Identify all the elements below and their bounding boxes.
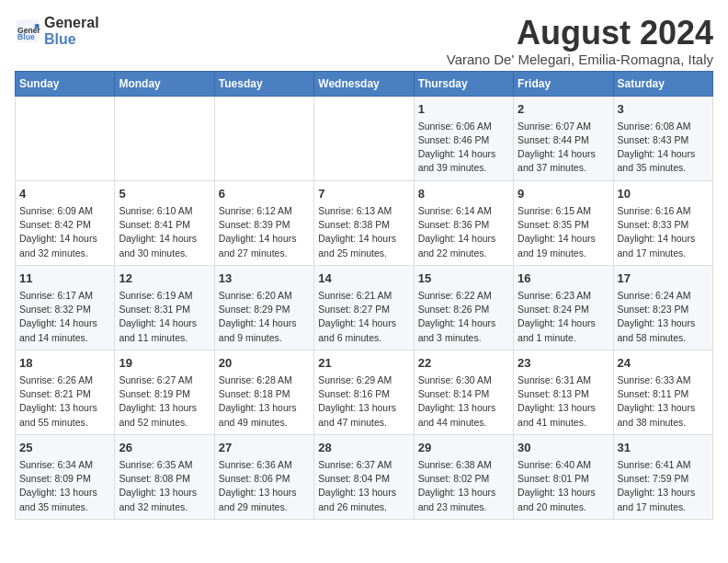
day-number: 5 <box>119 186 210 202</box>
day-number: 13 <box>219 270 310 287</box>
logo-text-line2: Blue <box>44 31 99 48</box>
calendar-cell: 3Sunrise: 6:08 AM Sunset: 8:43 PM Daylig… <box>613 96 712 180</box>
calendar-cell: 30Sunrise: 6:40 AM Sunset: 8:01 PM Dayli… <box>514 434 613 519</box>
calendar-cell: 15Sunrise: 6:22 AM Sunset: 8:26 PM Dayli… <box>414 265 513 350</box>
calendar-cell: 7Sunrise: 6:13 AM Sunset: 8:38 PM Daylig… <box>314 180 414 265</box>
cell-content: Sunrise: 6:38 AM Sunset: 8:02 PM Dayligh… <box>418 458 509 514</box>
day-number: 1 <box>418 101 509 118</box>
day-number: 26 <box>119 440 210 456</box>
calendar-cell: 5Sunrise: 6:10 AM Sunset: 8:41 PM Daylig… <box>115 180 214 265</box>
day-number: 18 <box>19 355 110 372</box>
calendar-week-row: 11Sunrise: 6:17 AM Sunset: 8:32 PM Dayli… <box>16 265 713 350</box>
cell-content: Sunrise: 6:12 AM Sunset: 8:39 PM Dayligh… <box>219 204 310 260</box>
day-number: 23 <box>518 355 609 372</box>
title-block: August 2024 Varano De' Melegari, Emilia-… <box>447 15 713 67</box>
calendar-cell: 9Sunrise: 6:15 AM Sunset: 8:35 PM Daylig… <box>514 180 613 265</box>
day-number: 14 <box>318 270 409 287</box>
calendar-cell <box>16 96 115 180</box>
cell-content: Sunrise: 6:31 AM Sunset: 8:13 PM Dayligh… <box>518 373 609 430</box>
calendar-cell <box>314 96 414 180</box>
calendar-cell: 28Sunrise: 6:37 AM Sunset: 8:04 PM Dayli… <box>314 434 414 519</box>
day-number: 19 <box>119 355 210 372</box>
calendar-cell: 10Sunrise: 6:16 AM Sunset: 8:33 PM Dayli… <box>613 180 712 265</box>
calendar-cell: 27Sunrise: 6:36 AM Sunset: 8:06 PM Dayli… <box>214 434 313 519</box>
cell-content: Sunrise: 6:06 AM Sunset: 8:46 PM Dayligh… <box>418 120 509 176</box>
header-monday: Monday <box>115 71 214 96</box>
calendar-cell: 22Sunrise: 6:30 AM Sunset: 8:14 PM Dayli… <box>414 350 513 434</box>
calendar-cell: 20Sunrise: 6:28 AM Sunset: 8:18 PM Dayli… <box>214 350 313 434</box>
day-number: 30 <box>518 440 609 456</box>
calendar-cell: 16Sunrise: 6:23 AM Sunset: 8:24 PM Dayli… <box>514 265 613 350</box>
day-number: 25 <box>19 440 110 456</box>
calendar-cell: 13Sunrise: 6:20 AM Sunset: 8:29 PM Dayli… <box>214 265 313 350</box>
cell-content: Sunrise: 6:16 AM Sunset: 8:33 PM Dayligh… <box>618 204 709 260</box>
calendar-cell: 14Sunrise: 6:21 AM Sunset: 8:27 PM Dayli… <box>314 265 414 350</box>
day-number: 3 <box>618 101 709 118</box>
calendar-cell: 25Sunrise: 6:34 AM Sunset: 8:09 PM Dayli… <box>16 434 115 519</box>
calendar-cell: 1Sunrise: 6:06 AM Sunset: 8:46 PM Daylig… <box>414 96 513 180</box>
day-number: 24 <box>618 355 709 372</box>
day-number: 6 <box>219 186 310 202</box>
cell-content: Sunrise: 6:22 AM Sunset: 8:26 PM Dayligh… <box>418 289 509 345</box>
cell-content: Sunrise: 6:24 AM Sunset: 8:23 PM Dayligh… <box>618 289 709 345</box>
cell-content: Sunrise: 6:23 AM Sunset: 8:24 PM Dayligh… <box>518 289 609 345</box>
day-number: 11 <box>19 270 110 287</box>
cell-content: Sunrise: 6:13 AM Sunset: 8:38 PM Dayligh… <box>318 204 409 260</box>
calendar-cell: 24Sunrise: 6:33 AM Sunset: 8:11 PM Dayli… <box>613 350 712 434</box>
day-number: 9 <box>518 186 609 202</box>
cell-content: Sunrise: 6:27 AM Sunset: 8:19 PM Dayligh… <box>119 373 210 430</box>
day-number: 29 <box>418 440 509 456</box>
day-number: 7 <box>318 186 409 202</box>
cell-content: Sunrise: 6:28 AM Sunset: 8:18 PM Dayligh… <box>219 373 310 430</box>
page-title: August 2024 <box>447 15 713 52</box>
cell-content: Sunrise: 6:40 AM Sunset: 8:01 PM Dayligh… <box>518 458 609 514</box>
calendar-cell: 23Sunrise: 6:31 AM Sunset: 8:13 PM Dayli… <box>514 350 613 434</box>
calendar-cell: 21Sunrise: 6:29 AM Sunset: 8:16 PM Dayli… <box>314 350 414 434</box>
day-number: 8 <box>418 186 509 202</box>
day-number: 2 <box>518 101 609 118</box>
calendar-week-row: 4Sunrise: 6:09 AM Sunset: 8:42 PM Daylig… <box>16 180 713 265</box>
cell-content: Sunrise: 6:29 AM Sunset: 8:16 PM Dayligh… <box>318 373 409 430</box>
calendar-cell: 12Sunrise: 6:19 AM Sunset: 8:31 PM Dayli… <box>115 265 214 350</box>
header-saturday: Saturday <box>613 71 712 96</box>
cell-content: Sunrise: 6:37 AM Sunset: 8:04 PM Dayligh… <box>318 458 409 514</box>
cell-content: Sunrise: 6:21 AM Sunset: 8:27 PM Dayligh… <box>318 289 409 345</box>
calendar-cell: 11Sunrise: 6:17 AM Sunset: 8:32 PM Dayli… <box>16 265 115 350</box>
day-number: 20 <box>219 355 310 372</box>
day-number: 28 <box>318 440 409 456</box>
calendar-cell: 8Sunrise: 6:14 AM Sunset: 8:36 PM Daylig… <box>414 180 513 265</box>
calendar-week-row: 1Sunrise: 6:06 AM Sunset: 8:46 PM Daylig… <box>16 96 713 180</box>
header-tuesday: Tuesday <box>214 71 313 96</box>
cell-content: Sunrise: 6:30 AM Sunset: 8:14 PM Dayligh… <box>418 373 509 430</box>
calendar-table: SundayMondayTuesdayWednesdayThursdayFrid… <box>15 71 713 520</box>
header-sunday: Sunday <box>16 71 115 96</box>
cell-content: Sunrise: 6:36 AM Sunset: 8:06 PM Dayligh… <box>219 458 310 514</box>
day-number: 16 <box>518 270 609 287</box>
calendar-cell: 18Sunrise: 6:26 AM Sunset: 8:21 PM Dayli… <box>16 350 115 434</box>
day-number: 22 <box>418 355 509 372</box>
cell-content: Sunrise: 6:26 AM Sunset: 8:21 PM Dayligh… <box>19 373 110 430</box>
calendar-week-row: 25Sunrise: 6:34 AM Sunset: 8:09 PM Dayli… <box>16 434 713 519</box>
calendar-cell: 31Sunrise: 6:41 AM Sunset: 7:59 PM Dayli… <box>613 434 712 519</box>
calendar-cell: 26Sunrise: 6:35 AM Sunset: 8:08 PM Dayli… <box>115 434 214 519</box>
header-wednesday: Wednesday <box>314 71 414 96</box>
calendar-week-row: 18Sunrise: 6:26 AM Sunset: 8:21 PM Dayli… <box>16 350 713 434</box>
header-friday: Friday <box>514 71 613 96</box>
page-header: General Blue General Blue August 2024 Va… <box>15 15 713 67</box>
calendar-cell: 4Sunrise: 6:09 AM Sunset: 8:42 PM Daylig… <box>16 180 115 265</box>
day-number: 21 <box>318 355 409 372</box>
page-subtitle: Varano De' Melegari, Emilia-Romagna, Ita… <box>447 52 713 67</box>
cell-content: Sunrise: 6:19 AM Sunset: 8:31 PM Dayligh… <box>119 289 210 345</box>
logo: General Blue General Blue <box>15 15 99 47</box>
svg-text:Blue: Blue <box>17 32 35 41</box>
day-number: 12 <box>119 270 210 287</box>
calendar-header-row: SundayMondayTuesdayWednesdayThursdayFrid… <box>16 71 713 96</box>
header-thursday: Thursday <box>414 71 513 96</box>
day-number: 17 <box>618 270 709 287</box>
calendar-cell: 29Sunrise: 6:38 AM Sunset: 8:02 PM Dayli… <box>414 434 513 519</box>
day-number: 27 <box>219 440 310 456</box>
calendar-cell: 6Sunrise: 6:12 AM Sunset: 8:39 PM Daylig… <box>214 180 313 265</box>
logo-text-line1: General <box>44 15 99 31</box>
cell-content: Sunrise: 6:07 AM Sunset: 8:44 PM Dayligh… <box>518 120 609 176</box>
calendar-cell <box>214 96 313 180</box>
